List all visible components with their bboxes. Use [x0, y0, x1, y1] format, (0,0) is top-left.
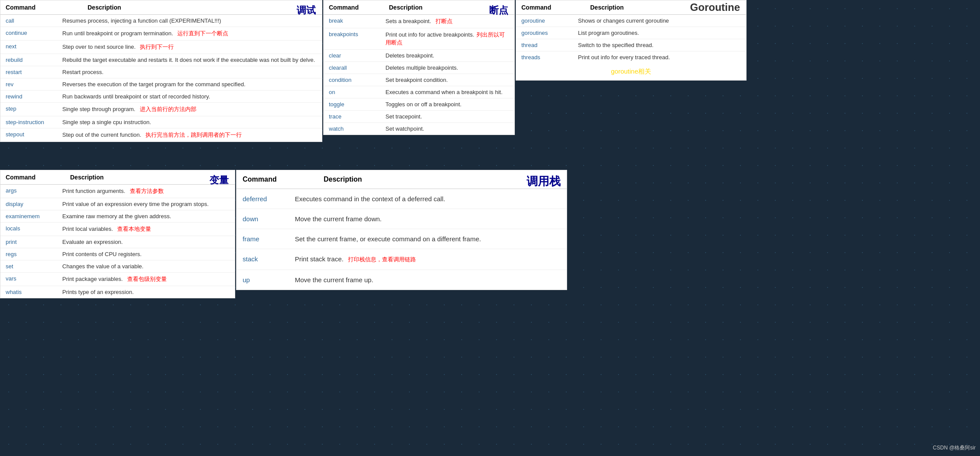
desc-cell: Rebuild the target executable and restar… [57, 54, 322, 66]
desc-cell: Move the current frame down. [289, 209, 567, 229]
cmd-cell: watch [324, 123, 380, 135]
table-row: rewind Run backwards until breakpoint or… [0, 91, 322, 103]
desc-cell: Run until breakpoint or program terminat… [57, 27, 322, 41]
cmd-cell: display [0, 198, 57, 210]
desc-cell: Print local variables.查看本地变量 [57, 223, 235, 236]
desc-cell: Deletes breakpoint. [380, 50, 514, 62]
cmd-cell: set [0, 260, 57, 273]
cmd-cell: up [237, 270, 289, 290]
table-row: step Single step through program.进入当前行的方… [0, 103, 322, 116]
cmd-cell: toggle [324, 98, 380, 111]
desc-cell: Single step a single cpu instruction. [57, 116, 322, 128]
cmd-cell: deferred [237, 189, 289, 209]
var-col1-header: Command [6, 174, 35, 181]
desc-cell: Executes a command when a breakpoint is … [380, 86, 514, 98]
desc-cell: Step out of the current function.执行完当前方法… [57, 128, 322, 142]
desc-cell: Evaluate an expression. [57, 236, 235, 248]
cmd-cell: stack [237, 249, 289, 270]
cmd-cell: continue [0, 27, 57, 41]
desc-cell: Step over to next source line.执行到下一行 [57, 41, 322, 54]
cmd-cell: frame [237, 229, 289, 249]
desc-cell: Changes the value of a variable. [57, 260, 235, 273]
stack-col2-header: Description [324, 176, 362, 183]
desc-cell: Executes command in the context of a def… [289, 189, 567, 209]
desc-cell: Toggles on or off a breakpoint. [380, 98, 514, 111]
var-col2-header: Description [70, 174, 104, 181]
debug-col1-header: Command [6, 4, 35, 11]
goroutine-annotation: goroutine相关 [516, 63, 746, 80]
desc-cell: Set tracepoint. [380, 111, 514, 123]
desc-cell: Prints type of an expression. [57, 286, 235, 298]
cmd-cell: goroutine [516, 15, 573, 27]
table-row: condition Set breakpoint condition. [324, 74, 514, 86]
var-panel-title: 变量 [210, 174, 229, 187]
cmd-cell: clear [324, 50, 380, 62]
desc-cell: Run backwards until breakpoint or start … [57, 91, 322, 103]
desc-cell: Reverses the execution of the target pro… [57, 78, 322, 91]
table-row: next Step over to next source line.执行到下一… [0, 41, 322, 54]
cmd-cell: break [324, 15, 380, 28]
panel-goroutine: Command Description Goroutine goroutine … [516, 0, 747, 81]
table-row: break Sets a breakpoint.打断点 [324, 15, 514, 28]
table-row: locals Print local variables.查看本地变量 [0, 223, 235, 236]
bp-panel-title: 断点 [489, 4, 508, 17]
desc-cell: Examine raw memory at the given address. [57, 210, 235, 223]
panel-stack: Command Description 调用栈 deferred Execute… [236, 170, 567, 290]
desc-cell: Switch to the specified thread. [573, 39, 746, 51]
table-row: print Evaluate an expression. [0, 236, 235, 248]
table-row: down Move the current frame down. [237, 209, 567, 229]
bp-col2-header: Description [389, 4, 422, 11]
cmd-cell: condition [324, 74, 380, 86]
cmd-cell: step [0, 103, 57, 116]
cmd-cell: thread [516, 39, 573, 51]
desc-cell: Print value of an expression every time … [57, 198, 235, 210]
stack-panel-title: 调用栈 [527, 174, 561, 189]
table-row: on Executes a command when a breakpoint … [324, 86, 514, 98]
desc-cell: Set breakpoint condition. [380, 74, 514, 86]
cmd-cell: regs [0, 248, 57, 260]
table-row: clearall Deletes multiple breakpoints. [324, 62, 514, 74]
table-row: step-instruction Single step a single cp… [0, 116, 322, 128]
table-row: set Changes the value of a variable. [0, 260, 235, 273]
stack-col1-header: Command [243, 176, 277, 183]
desc-cell: Set the current frame, or execute comman… [289, 229, 567, 249]
table-row: deferred Executes command in the context… [237, 189, 567, 209]
cmd-cell: vars [0, 273, 57, 286]
cmd-cell: call [0, 15, 57, 27]
desc-cell: Print out info for active breakpoints.列出… [380, 28, 514, 50]
panel-variable: Command Description 变量 args Print functi… [0, 170, 235, 298]
table-row: call Resumes process, injecting a functi… [0, 15, 322, 27]
desc-cell: Print contents of CPU registers. [57, 248, 235, 260]
table-row: whatis Prints type of an expression. [0, 286, 235, 298]
table-row: frame Set the current frame, or execute … [237, 229, 567, 249]
table-row: breakpoints Print out info for active br… [324, 28, 514, 50]
table-row: watch Set watchpoint. [324, 123, 514, 135]
cmd-cell: examinemem [0, 210, 57, 223]
table-row: stepout Step out of the current function… [0, 128, 322, 142]
cmd-cell: step-instruction [0, 116, 57, 128]
table-row: restart Restart process. [0, 66, 322, 78]
desc-cell: Set watchpoint. [380, 123, 514, 135]
cmd-cell: on [324, 86, 380, 98]
table-row: regs Print contents of CPU registers. [0, 248, 235, 260]
gr-title-black: Goroutine [690, 1, 740, 13]
table-row: goroutine Shows or changes current gorou… [516, 15, 746, 27]
gr-col2-header: Description [590, 4, 624, 11]
table-row: rev Reverses the execution of the target… [0, 78, 322, 91]
cmd-cell: threads [516, 51, 573, 64]
cmd-cell: stepout [0, 128, 57, 142]
desc-cell: Restart process. [57, 66, 322, 78]
debug-col2-header: Description [88, 4, 121, 11]
cmd-cell: breakpoints [324, 28, 380, 50]
table-row: threads Print out info for every traced … [516, 51, 746, 64]
panel-debug: Command Description 调试 call Resumes proc… [0, 0, 322, 142]
bp-col1-header: Command [329, 4, 358, 11]
desc-cell: Print package variables.查看包级别变量 [57, 273, 235, 286]
desc-cell: Deletes multiple breakpoints. [380, 62, 514, 74]
cmd-cell: args [0, 185, 57, 198]
desc-cell: List program goroutines. [573, 27, 746, 39]
gr-col1-header: Command [521, 4, 551, 11]
table-row: args Print function arguments.查看方法参数 [0, 185, 235, 198]
desc-cell: Print stack trace.打印栈信息，查看调用链路 [289, 249, 567, 270]
table-row: vars Print package variables.查看包级别变量 [0, 273, 235, 286]
